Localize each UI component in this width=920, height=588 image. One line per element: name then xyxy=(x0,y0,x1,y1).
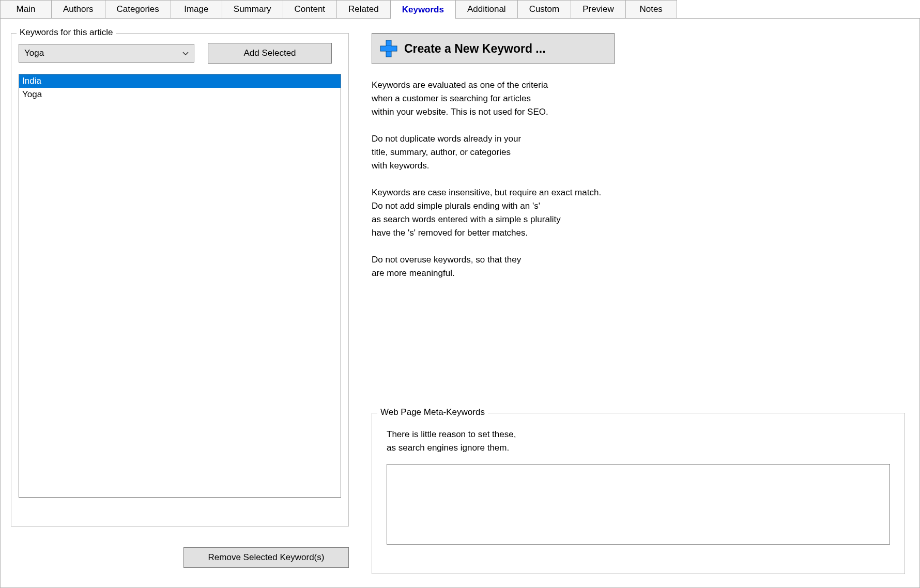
meta-keywords-help: There is little reason to set these, as … xyxy=(387,428,890,455)
keywords-help-text: Keywords are evaluated as one of the cri… xyxy=(372,79,905,280)
create-new-keyword-label: Create a New Keyword ... xyxy=(404,42,546,56)
svg-rect-2 xyxy=(386,46,391,51)
meta-keywords-textarea[interactable] xyxy=(387,464,890,545)
tab-additional[interactable]: Additional xyxy=(455,0,518,19)
chevron-down-icon xyxy=(182,50,189,57)
meta-keywords-legend: Web Page Meta-Keywords xyxy=(377,407,488,417)
keywords-listbox[interactable]: India Yoga xyxy=(19,74,341,498)
tab-main[interactable]: Main xyxy=(0,0,52,19)
tab-image[interactable]: Image xyxy=(171,0,222,19)
tab-content[interactable]: Content xyxy=(283,0,338,19)
left-column: Keywords for this article Yoga Add Selec… xyxy=(1,19,357,587)
tab-content-panel: Keywords for this article Yoga Add Selec… xyxy=(0,19,920,588)
keywords-top-row: Yoga Add Selected xyxy=(19,43,341,64)
right-column: Create a New Keyword ... Keywords are ev… xyxy=(357,19,919,587)
tab-bar: Main Authors Categories Image Summary Co… xyxy=(0,0,920,19)
list-item[interactable]: India xyxy=(19,74,341,88)
keyword-dropdown[interactable]: Yoga xyxy=(19,44,194,63)
keywords-groupbox: Keywords for this article Yoga Add Selec… xyxy=(11,33,349,527)
remove-selected-button[interactable]: Remove Selected Keyword(s) xyxy=(183,547,349,568)
keywords-groupbox-legend: Keywords for this article xyxy=(17,27,116,38)
tab-categories[interactable]: Categories xyxy=(105,0,171,19)
tab-summary[interactable]: Summary xyxy=(222,0,283,19)
tab-related[interactable]: Related xyxy=(336,0,391,19)
meta-keywords-groupbox: Web Page Meta-Keywords There is little r… xyxy=(372,413,905,574)
plus-icon xyxy=(379,39,398,58)
tab-authors[interactable]: Authors xyxy=(51,0,105,19)
create-new-keyword-button[interactable]: Create a New Keyword ... xyxy=(372,33,615,64)
keyword-dropdown-value: Yoga xyxy=(24,48,44,58)
add-selected-button[interactable]: Add Selected xyxy=(208,43,332,64)
tab-custom[interactable]: Custom xyxy=(517,0,572,19)
list-item[interactable]: Yoga xyxy=(19,88,341,101)
tab-preview[interactable]: Preview xyxy=(571,0,625,19)
tab-notes[interactable]: Notes xyxy=(625,0,677,19)
tab-keywords[interactable]: Keywords xyxy=(390,0,456,19)
remove-row: Remove Selected Keyword(s) xyxy=(11,547,349,568)
